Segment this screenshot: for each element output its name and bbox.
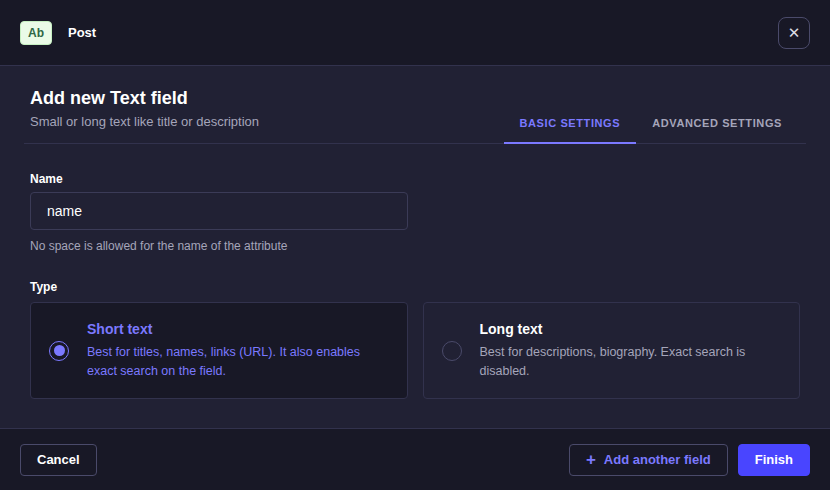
close-icon: ✕	[788, 25, 801, 40]
name-help-text: No space is allowed for the name of the …	[30, 239, 800, 253]
tab-advanced-settings[interactable]: ADVANCED SETTINGS	[636, 103, 798, 143]
name-input[interactable]	[30, 192, 408, 230]
form-area: Name No space is allowed for the name of…	[0, 144, 830, 399]
type-options: Short text Best for titles, names, links…	[30, 302, 800, 399]
dialog-title: Add new Text field	[30, 88, 259, 109]
type-field-group: Type Short text Best for titles, names, …	[30, 280, 800, 399]
add-another-field-button[interactable]: + Add another field	[569, 444, 728, 476]
add-field-modal: Ab Post ✕ Add new Text field Small or lo…	[0, 0, 830, 490]
finish-button[interactable]: Finish	[738, 444, 810, 476]
name-field-label: Name	[30, 172, 800, 186]
plus-icon: +	[586, 451, 596, 468]
type-option-long-text[interactable]: Long text Best for descriptions, biograp…	[423, 302, 801, 399]
type-option-description: Best for titles, names, links (URL). It …	[87, 343, 389, 379]
type-option-description: Best for descriptions, biography. Exact …	[480, 343, 782, 379]
type-option-title: Short text	[87, 321, 389, 337]
modal-header: Ab Post ✕	[0, 0, 830, 66]
content-type-title: Post	[68, 25, 96, 40]
radio-unselected-icon	[442, 341, 462, 361]
type-option-title: Long text	[480, 321, 782, 337]
type-field-label: Type	[30, 280, 800, 294]
intro-row: Add new Text field Small or long text li…	[24, 66, 806, 144]
type-option-text: Short text Best for titles, names, links…	[87, 321, 389, 379]
footer-actions: + Add another field Finish	[569, 444, 810, 476]
type-option-short-text[interactable]: Short text Best for titles, names, links…	[30, 302, 408, 399]
tab-basic-settings[interactable]: BASIC SETTINGS	[504, 103, 637, 143]
dialog-subtitle: Small or long text like title or descrip…	[30, 114, 259, 129]
settings-tabs: BASIC SETTINGS ADVANCED SETTINGS	[504, 103, 798, 143]
cancel-button[interactable]: Cancel	[20, 444, 97, 476]
close-button[interactable]: ✕	[778, 17, 810, 49]
intro-text: Add new Text field Small or long text li…	[24, 88, 259, 143]
radio-selected-icon	[49, 341, 69, 361]
name-field-group: Name No space is allowed for the name of…	[30, 172, 800, 253]
add-another-field-label: Add another field	[604, 452, 711, 467]
modal-body: Add new Text field Small or long text li…	[0, 66, 830, 428]
text-field-type-badge: Ab	[20, 21, 52, 45]
type-option-text: Long text Best for descriptions, biograp…	[480, 321, 782, 379]
modal-footer: Cancel + Add another field Finish	[0, 428, 830, 490]
